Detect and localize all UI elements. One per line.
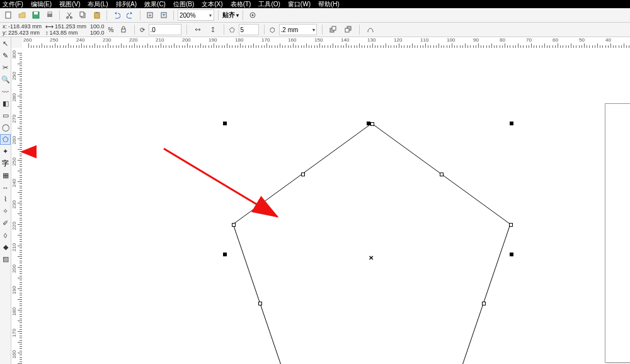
scale-readout: 100.0 100.0 (90, 23, 105, 36)
import-button[interactable] (144, 9, 156, 21)
menu-help[interactable]: 帮助(H) (318, 0, 340, 9)
size-readout: ⟷151.253 mm ↕143.85 mm (45, 23, 86, 36)
ruler-tick-label: 90 (473, 37, 479, 43)
annotation-arrow-1 (22, 48, 630, 364)
zoom-input[interactable] (178, 11, 207, 20)
mirror-v-button[interactable] (207, 24, 219, 35)
copy-button[interactable] (77, 9, 89, 21)
menu-arrange[interactable]: 排列(A) (116, 0, 137, 9)
standard-toolbar: ▾ 贴齐 ▾ (0, 8, 630, 23)
menu-edit[interactable]: 编辑(E) (31, 0, 52, 9)
to-back-button[interactable] (343, 24, 354, 35)
crop-tool[interactable]: ✂ (0, 62, 11, 73)
ruler-tick-label: 120 (394, 37, 402, 43)
drawing-canvas[interactable]: ✕ (22, 48, 630, 364)
export-button[interactable] (158, 9, 169, 21)
rotation-input[interactable] (149, 24, 181, 35)
svg-rect-2 (34, 12, 38, 14)
menu-view[interactable]: 视图(V) (59, 0, 80, 9)
menu-file[interactable]: 文件(F) (3, 0, 23, 9)
undo-button[interactable] (111, 9, 122, 21)
text-tool[interactable]: 字 (0, 158, 11, 169)
menu-bitmap[interactable]: 位图(B) (173, 0, 194, 9)
basic-shapes-tool[interactable]: ✦ (0, 146, 11, 157)
new-button[interactable] (3, 9, 14, 21)
eyedropper-tool[interactable]: ✐ (0, 218, 11, 229)
width-icon: ⟷ (45, 23, 54, 30)
ruler-tick-label: 230 (103, 37, 111, 43)
ellipse-tool[interactable]: ◯ (0, 122, 11, 133)
outline-icon: ⬡ (270, 26, 275, 33)
chevron-down-icon[interactable]: ▾ (311, 27, 316, 33)
chevron-down-icon: ▾ (236, 13, 239, 18)
snap-label[interactable]: 贴齐 ▾ (222, 11, 239, 20)
connector-tool[interactable]: ⌇ (0, 194, 11, 205)
svg-rect-10 (96, 12, 98, 13)
ruler-tick-label: 200 (182, 37, 190, 43)
svg-rect-17 (332, 26, 336, 30)
rectangle-tool[interactable]: ▭ (0, 110, 11, 121)
zoom-dropdown[interactable]: ▾ (207, 13, 214, 18)
pick-tool[interactable]: ↖ (0, 38, 11, 49)
save-button[interactable] (30, 9, 42, 21)
ruler-tick-label: 250 (50, 37, 58, 43)
position-readout: x:-118.493 mm y:225.423 mm (3, 23, 42, 36)
menu-table[interactable]: 表格(T) (231, 0, 251, 9)
paste-button[interactable] (91, 9, 103, 21)
menu-effects[interactable]: 效果(C) (144, 0, 166, 9)
rotate-icon: ⟳ (140, 26, 145, 33)
ruler-tick-label: 240 (76, 37, 84, 43)
to-front-button[interactable] (328, 24, 339, 35)
svg-rect-19 (345, 28, 349, 32)
ruler-tick-label: 140 (341, 37, 349, 43)
svg-rect-15 (122, 29, 125, 32)
svg-line-21 (164, 149, 277, 217)
ruler-tick-label: 110 (420, 37, 428, 43)
open-button[interactable] (16, 9, 28, 21)
svg-rect-8 (80, 12, 84, 16)
outline-tool[interactable]: ◊ (0, 230, 11, 241)
outline-width-input[interactable]: ▾ (279, 24, 317, 35)
shape-tool[interactable]: ✎ (0, 50, 11, 61)
cut-button[interactable] (64, 9, 75, 21)
fill-tool[interactable]: ◆ (0, 242, 11, 253)
svg-point-14 (252, 14, 254, 16)
zoom-level[interactable]: ▾ (178, 9, 214, 21)
ruler-tick-label: 160 (288, 37, 296, 43)
zoom-tool[interactable]: 🔍 (0, 74, 11, 85)
svg-rect-3 (47, 14, 52, 17)
table-tool[interactable]: ▦ (0, 170, 11, 181)
menu-window[interactable]: 窗口(W) (288, 0, 311, 9)
sides-icon: ⬠ (229, 26, 235, 33)
interactive-fill-tool[interactable]: ▨ (0, 254, 11, 264)
annotation-arrow-2 (11, 37, 37, 364)
ruler-tick-label: 170 (261, 37, 270, 43)
ruler-tick-label: 100 (447, 37, 455, 43)
menu-layout[interactable]: 布局(L) (88, 0, 108, 9)
polygon-tool[interactable]: ⬠ (0, 134, 11, 145)
height-icon: ↕ (45, 30, 49, 36)
ruler-tick-label: 70 (526, 37, 532, 43)
sides-input[interactable] (239, 24, 259, 35)
menu-text[interactable]: 文本(X) (202, 0, 222, 9)
menu-bar: 文件(F) 编辑(E) 视图(V) 布局(L) 排列(A) 效果(C) 位图(B… (0, 0, 630, 8)
property-bar: x:-118.493 mm y:225.423 mm ⟷151.253 mm ↕… (0, 23, 630, 37)
lock-ratio-button[interactable] (118, 24, 129, 35)
ruler-tick-label: 50 (579, 37, 585, 43)
convert-curves-button[interactable] (365, 24, 376, 35)
smart-fill-tool[interactable]: ◧ (0, 98, 11, 109)
work-area: ↖ ✎ ✂ 🔍 〰 ◧ ▭ ◯ ⬠ ✦ 字 ▦ ↔ ⌇ ✧ ✐ ◊ ◆ ▨ 26… (0, 37, 630, 364)
freehand-tool[interactable]: 〰 (0, 86, 11, 97)
canvas-area: 2602502402302202102001901801701601501401… (11, 37, 630, 364)
options-button[interactable] (247, 9, 258, 21)
print-button[interactable] (44, 9, 55, 21)
toolbox: ↖ ✎ ✂ 🔍 〰 ◧ ▭ ◯ ⬠ ✦ 字 ▦ ↔ ⌇ ✧ ✐ ◊ ◆ ▨ (0, 37, 11, 364)
mirror-h-button[interactable] (192, 24, 203, 35)
redo-button[interactable] (125, 9, 136, 21)
effects-tool[interactable]: ✧ (0, 206, 11, 217)
horizontal-ruler[interactable]: 2602502402302202102001901801701601501401… (22, 37, 630, 48)
percent-label: % (108, 26, 114, 33)
menu-tools[interactable]: 工具(O) (258, 0, 280, 9)
dimension-tool[interactable]: ↔ (0, 182, 11, 193)
ruler-tick-label: 180 (235, 37, 243, 43)
